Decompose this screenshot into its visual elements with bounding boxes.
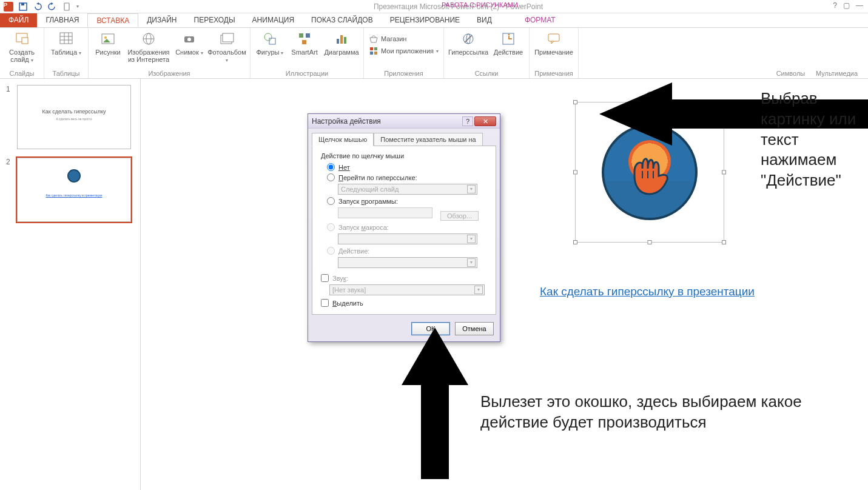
svg-rect-1	[21, 3, 24, 5]
resize-handle[interactable]	[573, 170, 577, 175]
thumbnail-1[interactable]: 1 Как сделать гиперссылку А сделать весь…	[6, 85, 134, 149]
dialog-tab-hover[interactable]: Поместите указатель мыши на	[374, 133, 483, 146]
undo-icon[interactable]	[33, 2, 42, 12]
online-pictures-button[interactable]: Изображения из Интернета	[127, 30, 170, 63]
hyperlink-icon	[460, 30, 477, 47]
photo-album-button[interactable]: Фотоальбом ▾	[209, 30, 245, 64]
slide-hyperlink-text[interactable]: Как сделать гиперссылку в презентации	[540, 285, 755, 298]
radio-hyperlink-row[interactable]: Перейти по гиперссылке:	[327, 173, 487, 181]
help-icon[interactable]: ?	[833, 1, 837, 10]
slide-canvas[interactable]: Как сделать гиперссылку в презентации На…	[141, 79, 868, 490]
svg-point-16	[187, 38, 191, 41]
smartart-icon	[296, 30, 313, 47]
group-tables: Таблица ▾ Таблицы	[44, 28, 89, 78]
sound-check-row[interactable]: Звук:	[321, 274, 487, 282]
powerpoint-icon: P	[4, 2, 13, 12]
thumbnail-2[interactable]: 2 Как сделать гиперссылку в презентации	[6, 158, 134, 222]
resize-handle[interactable]	[648, 240, 652, 244]
save-icon[interactable]	[18, 2, 28, 12]
redo-icon[interactable]	[47, 2, 57, 12]
store-button[interactable]: Магазин	[369, 34, 439, 44]
thumb-logo-icon	[67, 169, 81, 183]
dialog-help-button[interactable]: ?	[462, 116, 473, 126]
dialog-buttons: ОК Отмена	[308, 318, 500, 341]
title-bar: P ▾ Презентация Microsoft PowerPoint (2)…	[0, 0, 868, 13]
resize-handle[interactable]	[648, 100, 652, 104]
group-comments: Примечание Примечания	[530, 28, 579, 78]
table-button[interactable]: Таблица ▾	[49, 30, 83, 56]
tab-design[interactable]: ДИЗАЙН	[138, 13, 185, 27]
new-slide-button[interactable]: Создать слайд ▾	[5, 30, 39, 64]
chevron-down-icon: ▾	[467, 258, 476, 267]
screenshot-icon	[181, 30, 198, 47]
group-illustrations-label: Иллюстрации	[255, 69, 358, 77]
hyperlink-button[interactable]: Гиперссылка	[449, 30, 488, 56]
shapes-button[interactable]: Фигуры ▾	[255, 30, 284, 56]
dialog-titlebar[interactable]: Настройка действия ? ✕	[308, 114, 500, 129]
touch-mode-icon[interactable]	[62, 2, 72, 12]
annotation-text-1: Выбрав картинку или текст нажимаем "Дейс…	[761, 89, 868, 191]
resize-handle[interactable]	[573, 240, 577, 244]
tab-slideshow[interactable]: ПОКАЗ СЛАЙДОВ	[303, 13, 382, 27]
group-hidden: — Символы Мультимедиа	[579, 28, 868, 78]
radio-run-row[interactable]: Запуск программы:	[327, 197, 487, 205]
tab-review[interactable]: РЕЦЕНЗИРОВАНИЕ	[382, 13, 468, 27]
pictures-icon	[99, 30, 116, 47]
group-apps: Магазин Мои приложения ▾ Приложения	[364, 28, 444, 78]
action-button[interactable]: Действие	[493, 30, 524, 56]
group-media-label: Мультимедиа	[816, 70, 858, 77]
screenshot-button[interactable]: Снимок ▾	[175, 30, 204, 56]
radio-hyperlink[interactable]	[327, 173, 335, 181]
tab-home[interactable]: ГЛАВНАЯ	[37, 13, 87, 27]
my-apps-icon	[369, 46, 378, 56]
svg-rect-20	[269, 38, 275, 44]
resize-handle[interactable]	[722, 170, 726, 175]
action-combo: ▾	[338, 257, 477, 268]
online-pictures-icon	[140, 30, 157, 47]
my-apps-button[interactable]: Мои приложения ▾	[369, 46, 439, 56]
comment-button[interactable]: Примечание	[534, 30, 573, 56]
radio-none-row[interactable]: Нет	[327, 163, 487, 171]
svg-rect-22	[306, 33, 310, 38]
group-links: Гиперссылка Действие Ссылки	[444, 28, 530, 78]
tab-insert[interactable]: ВСТАВКА	[87, 13, 138, 27]
ribbon-display-icon[interactable]: ▢	[843, 1, 850, 10]
group-images-label: Изображения	[93, 69, 245, 77]
tab-animation[interactable]: АНИМАЦИЯ	[244, 13, 303, 27]
radio-macro-row: Запуск макроса:	[327, 223, 487, 231]
dialog-tab-click[interactable]: Щелчок мышью	[312, 133, 374, 146]
sound-combo: [Нет звука]▾	[329, 284, 485, 295]
highlight-check-row[interactable]: Выделить	[321, 299, 487, 307]
tab-view[interactable]: ВИД	[468, 13, 500, 27]
group-slides-label: Слайды	[5, 69, 39, 77]
radio-none[interactable]	[327, 163, 335, 171]
radio-run-program[interactable]	[327, 197, 335, 205]
resize-handle[interactable]	[573, 100, 577, 104]
highlight-checkbox[interactable]	[321, 299, 329, 307]
browse-button: Обзор...	[440, 211, 479, 221]
selected-image[interactable]	[575, 102, 724, 243]
resize-handle[interactable]	[722, 240, 726, 244]
svg-rect-24	[337, 39, 339, 44]
smartart-button[interactable]: SmartArt	[289, 30, 320, 56]
dialog-title: Настройка действия	[312, 117, 381, 126]
chevron-down-icon[interactable]: ▾	[467, 185, 476, 193]
rotate-handle[interactable]	[647, 92, 653, 98]
resize-handle[interactable]	[722, 100, 726, 104]
group-images: Рисунки Изображения из Интернета Снимок …	[89, 28, 251, 78]
minimize-icon[interactable]: —	[856, 1, 863, 10]
svg-rect-23	[302, 40, 306, 44]
photo-album-icon	[218, 30, 235, 47]
dialog-group-label: Действие по щелчку мыши	[321, 152, 487, 159]
dialog-close-button[interactable]: ✕	[474, 116, 496, 126]
hyperlink-combo[interactable]: Следующий слайд▾	[338, 184, 477, 195]
tab-format[interactable]: ФОРМАТ	[513, 13, 568, 27]
tab-transitions[interactable]: ПЕРЕХОДЫ	[186, 13, 244, 27]
cancel-button[interactable]: Отмена	[455, 322, 494, 335]
chart-button[interactable]: Диаграмма	[325, 30, 358, 56]
sound-checkbox[interactable]	[321, 274, 329, 282]
new-slide-icon	[13, 30, 30, 47]
ok-button[interactable]: ОК	[411, 322, 450, 335]
pictures-button[interactable]: Рисунки	[93, 30, 123, 56]
tab-file[interactable]: ФАЙЛ	[0, 13, 37, 27]
